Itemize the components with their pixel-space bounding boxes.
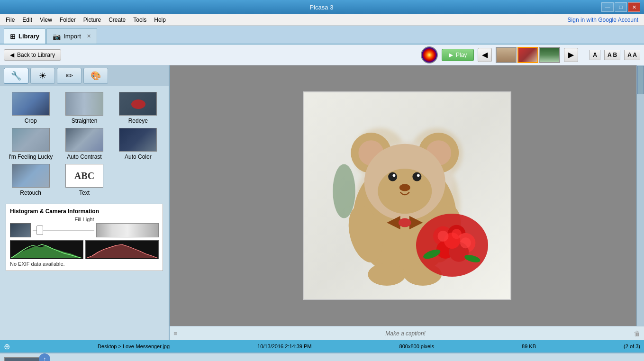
tool-color[interactable]: Auto Color [113,128,163,160]
tool-redeye-label: Redeye [128,117,148,124]
tabs-area: ⊞ Library 📷 Import ✕ [0,26,644,45]
caption-right-icon: 🗑 [634,330,640,337]
label-ab-button[interactable]: A B [604,50,620,60]
title-bar: Picasa 3 — □ ✕ [0,0,644,14]
svg-point-15 [399,184,410,191]
tab-import-close[interactable]: ✕ [87,33,91,39]
color-picker-icon[interactable] [421,46,438,63]
effects-tab[interactable]: ✏ [57,68,82,84]
menu-items: File Edit View Folder Picture Create Too… [2,16,170,24]
svg-point-19 [368,263,406,286]
tool-text-thumb: ABC [65,164,103,188]
caption-bar: ≡ Make a caption! 🗑 [170,326,644,340]
svg-point-30 [460,237,471,248]
tab-library[interactable]: ⊞ Library [4,28,45,44]
thumbnail-3[interactable] [539,47,560,63]
signin-link[interactable]: Sign in with Google Account [568,17,642,23]
status-count: (2 of 3) [624,343,640,349]
status-date: 10/13/2016 2:14:39 PM [257,343,311,349]
caption-placeholder[interactable]: Make a caption! [385,330,426,337]
thumbnail-1[interactable] [496,47,517,63]
menu-view[interactable]: View [36,16,56,24]
svg-point-14 [417,174,419,177]
play-icon: ▶ [449,52,453,58]
next-button[interactable]: ▶ [564,48,578,62]
photo-container [303,91,511,300]
menu-picture[interactable]: Picture [80,16,105,24]
edit-tabs: 🔧 ☀ ✏ 🎨 [0,65,169,86]
tool-contrast[interactable]: Auto Contrast [59,128,109,160]
histogram-box-2 [85,240,159,259]
menu-bar: File Edit View Folder Picture Create Too… [0,14,644,26]
tool-crop[interactable]: Crop [6,92,55,124]
scrollbar-right[interactable] [636,65,644,326]
status-bar: ⊕ Desktop > Love-Messenger.jpg 10/13/201… [0,340,644,352]
close-button[interactable]: ✕ [628,2,640,12]
photo-area: ≡ Make a caption! 🗑 [170,65,644,340]
tune-tab[interactable]: ☀ [30,68,55,84]
status-path: Desktop > Love-Messenger.jpg [98,343,170,349]
histogram-box-1 [10,240,83,259]
decorate-tab[interactable]: 🎨 [83,68,108,84]
status-size: 89 KB [522,343,536,349]
status-dimensions: 800x800 pixels [399,343,434,349]
window-controls: — □ ✕ [601,2,640,12]
menu-file[interactable]: File [2,16,18,24]
tool-lucky-label: I'm Feeling Lucky [9,153,53,160]
tool-retouch[interactable]: Retouch [6,164,55,196]
thumbnail-strip [496,47,560,63]
back-arrow-icon: ◀ [10,52,14,58]
maximize-button[interactable]: □ [615,2,627,12]
thumbnail-2[interactable] [517,47,538,63]
tool-crop-label: Crop [25,117,37,124]
tool-retouch-label: Retouch [20,190,41,196]
expand-icon[interactable]: ⊕ [4,342,10,351]
tool-text-inner: ABC [74,171,94,181]
app-title: Picasa 3 [42,4,601,11]
prev-button[interactable]: ◀ [478,48,492,62]
tool-lucky[interactable]: I'm Feeling Lucky [6,128,55,160]
toolbar: ◀ Back to Library ▶ Play ◀ ▶ A A B A A [0,45,644,65]
tool-contrast-thumb [65,128,103,152]
minimize-button[interactable]: — [601,2,614,12]
play-button[interactable]: ▶ Play [442,49,474,61]
tool-contrast-label: Auto Contrast [67,153,101,160]
tool-straighten[interactable]: Straighten [59,92,109,124]
tool-lucky-thumb [12,128,50,152]
svg-point-13 [392,174,395,177]
library-icon: ⊞ [10,33,16,40]
menu-tools[interactable]: Tools [129,16,150,24]
tool-retouch-thumb [12,164,50,188]
label-a-button[interactable]: A [590,50,600,60]
bottom-thumbnail-area: Selection ↑ ⏺ 📥 [4,357,46,361]
main-content: 🔧 ☀ ✏ 🎨 Crop Straighten [0,65,644,340]
tool-redeye[interactable]: Redeye [113,92,163,124]
label-aa-button[interactable]: A A [624,50,640,60]
tool-crop-thumb [12,92,50,116]
tool-color-thumb [119,128,157,152]
tool-straighten-label: Straighten [72,117,98,124]
tool-text[interactable]: ABC Text [59,164,109,196]
import-icon: 📷 [53,33,61,40]
tab-import[interactable]: 📷 Import ✕ [46,28,97,44]
histogram-title: Histogram & Camera Information [10,208,159,215]
menu-edit[interactable]: Edit [18,16,36,24]
menu-folder[interactable]: Folder [56,16,80,24]
fill-thumb-image [10,223,31,237]
menu-help[interactable]: Help [150,16,170,24]
fill-slider-row [10,223,159,237]
svg-point-16 [398,218,411,227]
exif-text: No EXIF data available. [10,261,159,267]
share-icon[interactable]: ↑ [39,353,50,361]
menu-create[interactable]: Create [105,16,129,24]
scroll-thumb[interactable] [637,66,644,94]
svg-point-28 [437,231,448,242]
back-to-library-button[interactable]: ◀ Back to Library [4,49,61,61]
svg-point-12 [412,172,421,181]
tool-redeye-thumb [119,92,157,116]
svg-point-29 [452,229,462,239]
tool-straighten-thumb [65,92,103,116]
fix-tab[interactable]: 🔧 [4,68,28,84]
fill-light-slider[interactable] [33,226,94,235]
tool-color-label: Auto Color [125,153,152,160]
